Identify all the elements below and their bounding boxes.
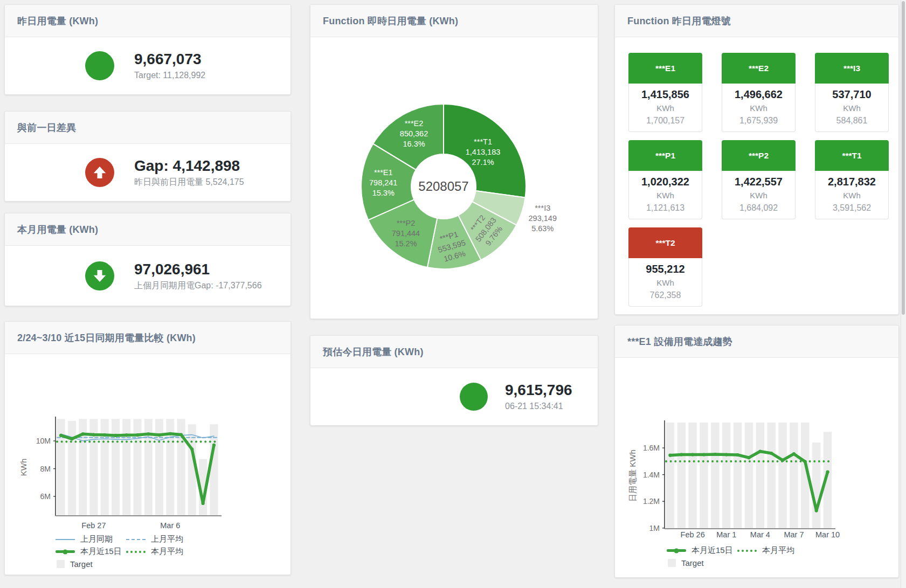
legend-row: 上月同期上月平均: [56, 533, 291, 545]
target-bar: [57, 419, 65, 516]
data-point: [680, 453, 683, 456]
status-tile-p2: ***P21,422,557KWh1,684,092: [722, 140, 796, 219]
y-tick-label: 1.2M: [643, 497, 660, 506]
tile-body: 2,817,832KWh3,591,562: [815, 171, 889, 219]
y-tick-label: 1.4M: [643, 471, 660, 479]
stat-content: Gap: 4,142,898 昨日與前日用電量 5,524,175: [5, 144, 291, 201]
panel-header-estimate[interactable]: 預估今日用電量 (KWh): [310, 336, 598, 368]
tile-target-value: 1,700,157: [630, 114, 701, 127]
tile-target-value: 1,684,092: [723, 202, 794, 215]
tile-status-header: ***P1: [628, 140, 702, 171]
panel-header-day-gap[interactable]: 與前一日差異: [5, 112, 291, 144]
panel-header-lights[interactable]: Function 昨日用電燈號: [615, 5, 898, 37]
data-point: [736, 453, 739, 456]
data-point: [92, 433, 95, 437]
data-point: [202, 502, 205, 505]
panel-title: 與前一日差異: [17, 121, 76, 134]
legend-label: 本月近15日: [80, 547, 122, 557]
legend-label: 本月近15日: [691, 545, 733, 556]
tile-value: 1,415,856: [630, 87, 701, 102]
panel-title: 2/24~3/10 近15日同期用電量比較 (KWh): [17, 331, 196, 344]
x-tick-label: Mar 1: [716, 530, 736, 539]
tile-status-header: ***I3: [815, 53, 889, 84]
tile-status-header: ***T1: [815, 140, 889, 171]
panel-title: 昨日用電量 (KWh): [17, 15, 98, 27]
tile-body: 1,422,557KWh1,684,092: [722, 171, 796, 219]
data-point: [179, 433, 183, 437]
data-point: [691, 453, 694, 456]
x-tick-label: Mar 4: [750, 530, 770, 539]
panel-header-realtime[interactable]: Function 即時日用電量 (KWh): [310, 5, 598, 37]
target-bar: [812, 442, 820, 529]
legend-item-dotted[interactable]: 本月平均: [737, 545, 808, 556]
panel-header-compare[interactable]: 2/24~3/10 近15日同期用電量比較 (KWh): [5, 322, 291, 354]
data-point: [702, 453, 706, 456]
tile-unit-label: KWh: [817, 102, 887, 114]
tile-target-value: 762,358: [630, 289, 701, 302]
legend-item-dashed[interactable]: 上月平均: [126, 534, 197, 544]
panel-realtime-donut: Function 即時日用電量 (KWh) ***T11,413,18327.1…: [310, 4, 598, 319]
data-point: [169, 432, 172, 435]
legend-line-swatch: [667, 549, 686, 552]
legend-item-thick[interactable]: 本月近15日: [56, 547, 126, 557]
target-bar: [688, 423, 696, 529]
panel-month-usage: 本月用電量 (KWh) 97,026,961 上個月同期用電Gap: -17,3…: [4, 213, 291, 306]
tile-value: 537,710: [817, 87, 887, 102]
target-bar: [700, 423, 708, 529]
legend-label: Target: [70, 559, 93, 569]
panel-compare-chart: 2/24~3/10 近15日同期用電量比較 (KWh) 6M8M10MFeb 2…: [4, 321, 291, 575]
tile-status-header: ***E1: [628, 53, 702, 84]
scrollbar-thumb[interactable]: [902, 1, 905, 315]
legend-item-thin[interactable]: 上月同期: [56, 534, 126, 544]
data-point: [136, 433, 139, 437]
tile-target-value: 1,675,939: [723, 114, 794, 127]
tile-unit-label: KWh: [630, 189, 701, 202]
y-tick-label: 6M: [40, 492, 51, 501]
legend-item-target[interactable]: Target: [56, 559, 126, 569]
tile-value: 1,020,322: [630, 174, 701, 189]
legend-line-swatch: [56, 550, 75, 553]
panel-header-month[interactable]: 本月用電量 (KWh): [5, 213, 291, 246]
target-bar: [666, 423, 674, 529]
tile-unit-label: KWh: [723, 189, 794, 202]
data-point: [103, 433, 106, 437]
target-bar: [68, 421, 76, 516]
data-point: [792, 452, 796, 455]
status-tile-t2: ***T2955,212KWh762,358: [628, 227, 702, 307]
x-tick-label: Mar 7: [784, 530, 804, 539]
arrow-up-circle-icon: [85, 158, 114, 187]
trend-line-chart[interactable]: 1M1.2M1.4M1.6MFeb 26Mar 1Mar 4Mar 7Mar 1…: [615, 358, 898, 542]
legend-item-dotted[interactable]: 本月平均: [126, 547, 197, 557]
compare-line-chart[interactable]: 6M8M10MFeb 27Mar 6KWh: [5, 354, 291, 531]
status-tile-e1: ***E11,415,856KWh1,700,157: [628, 53, 702, 132]
panel-yesterday-usage: 昨日用電量 (KWh) 9,667,073 Target: 11,128,992: [4, 4, 291, 95]
trend-chart-legend: 本月近15日本月平均Target: [615, 544, 898, 569]
y-axis-label: KWh: [19, 459, 28, 476]
legend-line-swatch: [737, 550, 757, 552]
tile-target-value: 3,591,562: [817, 202, 887, 215]
tile-body: 1,415,856KWh1,700,157: [628, 84, 702, 132]
status-tile-p1: ***P11,020,322KWh1,121,613: [628, 140, 702, 219]
legend-item-target[interactable]: Target: [667, 558, 737, 568]
target-bar: [778, 423, 786, 529]
y-tick-label: 8M: [40, 465, 51, 473]
x-tick-label: Mar 6: [160, 521, 180, 530]
realtime-donut-chart[interactable]: ***T11,413,18327.1%***I3293,1495.63%***T…: [310, 37, 598, 319]
target-bar: [112, 419, 120, 516]
x-tick-label: Feb 26: [681, 530, 705, 539]
panel-header-trend[interactable]: ***E1 設備用電達成趨勢: [615, 326, 898, 358]
tile-value: 955,212: [630, 261, 701, 276]
donut-center-total: 5208057: [418, 179, 468, 193]
stat-value: 97,026,961: [134, 261, 262, 278]
stat-content: 9,667,073 Target: 11,128,992: [5, 37, 291, 94]
legend-label: Target: [681, 558, 704, 568]
tile-body: 537,710KWh584,861: [815, 84, 889, 132]
panel-header-yesterday[interactable]: 昨日用電量 (KWh): [5, 5, 291, 37]
tile-value: 2,817,832: [817, 174, 887, 189]
data-point: [714, 453, 717, 456]
stat-timestamp: 06-21 15:34:41: [505, 401, 572, 412]
legend-line-swatch: [126, 551, 146, 553]
legend-item-thick[interactable]: 本月近15日: [667, 545, 737, 556]
tile-unit-label: KWh: [817, 189, 887, 202]
dashboard: 昨日用電量 (KWh) 9,667,073 Target: 11,128,992…: [0, 0, 906, 588]
